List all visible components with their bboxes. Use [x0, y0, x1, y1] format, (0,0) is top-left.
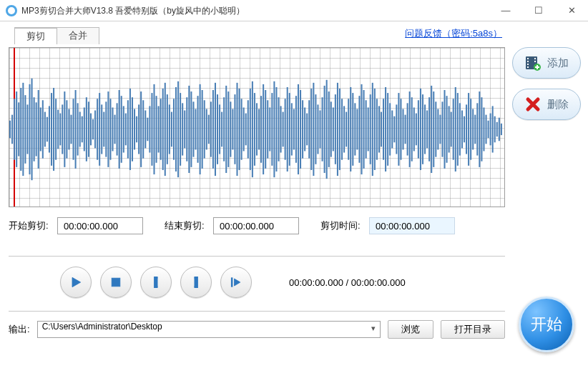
browse-button[interactable]: 浏览	[388, 320, 433, 339]
svg-rect-7	[24, 95, 26, 164]
svg-rect-90	[206, 109, 207, 149]
svg-rect-97	[221, 112, 222, 147]
delete-button-label: 删除	[547, 98, 569, 111]
svg-rect-135	[304, 107, 305, 151]
svg-rect-25	[64, 91, 65, 167]
svg-rect-27	[68, 109, 69, 149]
svg-rect-39	[94, 111, 96, 149]
svg-rect-180	[402, 109, 403, 149]
svg-rect-157	[352, 93, 353, 166]
svg-rect-213	[474, 115, 476, 144]
svg-rect-33	[82, 116, 83, 143]
svg-rect-128	[289, 93, 290, 166]
svg-rect-85	[195, 109, 196, 149]
mark-end-button[interactable]	[180, 267, 212, 298]
svg-rect-132	[298, 84, 299, 174]
delete-button[interactable]: 删除	[512, 89, 581, 120]
svg-rect-54	[127, 100, 129, 158]
svg-rect-188	[420, 89, 421, 170]
svg-rect-155	[348, 99, 349, 159]
bracket-start-icon	[149, 275, 163, 289]
svg-rect-114	[258, 109, 260, 149]
svg-rect-24	[62, 104, 63, 154]
svg-rect-152	[341, 99, 343, 159]
svg-rect-50	[119, 90, 120, 169]
svg-rect-29	[73, 99, 74, 159]
svg-rect-44	[105, 101, 107, 156]
tab-cut[interactable]: 剪切	[14, 27, 57, 44]
svg-rect-233	[534, 61, 536, 62]
waveform-display[interactable]	[9, 47, 505, 207]
svg-rect-181	[405, 115, 406, 144]
svg-rect-221	[492, 106, 494, 152]
svg-rect-219	[488, 121, 489, 138]
svg-rect-150	[337, 83, 338, 176]
svg-rect-142	[319, 111, 320, 149]
svg-rect-8	[26, 104, 28, 154]
open-dir-button[interactable]: 打开目录	[441, 320, 505, 339]
svg-rect-86	[197, 96, 199, 163]
svg-rect-146	[328, 91, 330, 167]
svg-rect-51	[121, 96, 122, 163]
svg-rect-163	[366, 100, 367, 158]
svg-rect-212	[472, 109, 474, 149]
svg-rect-189	[422, 94, 423, 164]
svg-rect-76	[175, 87, 177, 171]
mark-start-button[interactable]	[140, 267, 172, 298]
add-button[interactable]: 添加	[512, 47, 581, 79]
svg-rect-94	[215, 83, 216, 176]
svg-rect-81	[186, 97, 187, 161]
svg-rect-19	[51, 93, 52, 166]
svg-rect-58	[136, 116, 137, 143]
svg-rect-229	[527, 61, 529, 62]
svg-rect-153	[343, 106, 345, 152]
svg-rect-65	[151, 93, 152, 166]
start-cut-input[interactable]	[57, 217, 143, 234]
end-cut-label: 结束剪切:	[165, 219, 207, 232]
svg-rect-61	[142, 100, 144, 158]
svg-rect-149	[335, 94, 336, 164]
svg-rect-205	[457, 93, 459, 166]
svg-rect-144	[324, 86, 325, 173]
svg-rect-225	[501, 124, 502, 135]
svg-rect-105	[239, 89, 240, 170]
svg-rect-5	[20, 88, 21, 171]
svg-rect-130	[293, 109, 295, 149]
svg-rect-16	[44, 112, 46, 147]
waveform-icon	[9, 48, 504, 207]
svg-rect-231	[527, 66, 529, 68]
svg-rect-1	[11, 115, 13, 144]
svg-rect-4	[18, 102, 19, 156]
svg-rect-164	[368, 107, 369, 151]
svg-rect-93	[212, 90, 214, 169]
tab-merge[interactable]: 合并	[57, 27, 99, 44]
start-button[interactable]: 开始	[519, 297, 574, 352]
bracket-end-icon	[189, 275, 203, 289]
stop-button[interactable]	[100, 267, 132, 298]
svg-rect-120	[271, 93, 273, 166]
maximize-button[interactable]: ☐	[522, 0, 555, 21]
minimize-button[interactable]: —	[489, 0, 522, 21]
preview-button[interactable]	[220, 267, 252, 298]
svg-rect-31	[77, 103, 79, 155]
svg-rect-151	[339, 89, 340, 170]
stop-icon	[109, 275, 123, 289]
end-cut-input[interactable]	[213, 217, 299, 234]
svg-rect-89	[204, 100, 205, 158]
svg-rect-99	[225, 86, 227, 173]
close-button[interactable]: ✕	[555, 0, 588, 21]
feedback-link[interactable]: 问题反馈（密码:5a8s）	[405, 27, 502, 40]
play-range-icon	[229, 275, 243, 289]
play-button[interactable]	[60, 267, 92, 298]
start-cut-label: 开始剪切:	[9, 219, 52, 232]
svg-rect-42	[101, 104, 102, 154]
svg-rect-107	[243, 107, 245, 151]
svg-rect-204	[455, 87, 456, 171]
svg-rect-148	[333, 107, 334, 151]
svg-rect-66	[153, 84, 155, 174]
svg-rect-10	[31, 79, 33, 180]
svg-rect-223	[496, 122, 498, 136]
output-path-select[interactable]: C:\Users\Administrator\Desktop	[37, 321, 381, 338]
svg-rect-218	[485, 115, 486, 144]
svg-rect-121	[273, 81, 275, 177]
